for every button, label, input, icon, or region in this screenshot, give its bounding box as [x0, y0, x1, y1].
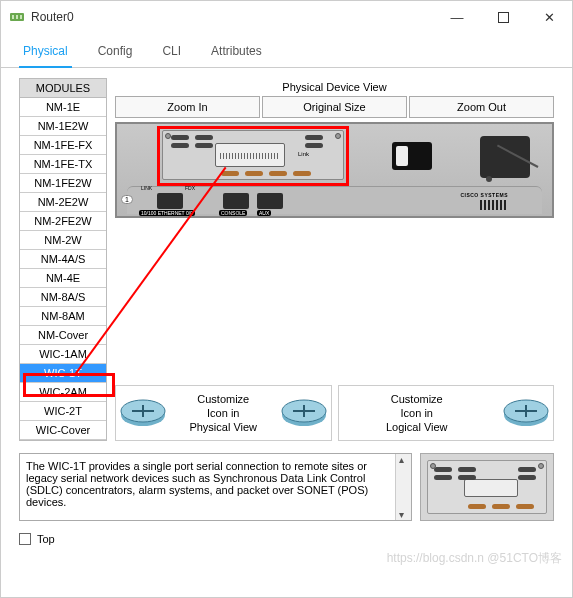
console-port-icon[interactable] — [223, 193, 249, 209]
module-item[interactable]: WIC-2T — [20, 402, 106, 421]
pdv-label: Physical Device View — [115, 78, 554, 96]
svg-rect-1 — [12, 15, 14, 19]
module-item[interactable]: NM-1FE2W — [20, 174, 106, 193]
description-text: The WIC-1T provides a single port serial… — [26, 460, 405, 508]
zoom-in-button[interactable]: Zoom In — [115, 96, 260, 118]
window-title: Router0 — [31, 10, 434, 24]
tab-cli[interactable]: CLI — [158, 38, 185, 68]
close-button[interactable]: ✕ — [526, 1, 572, 33]
device-view[interactable]: Link 1 LINK FDX 10/100 ETHERNET — [115, 122, 554, 218]
module-item[interactable]: NM-2E2W — [20, 193, 106, 212]
modules-list[interactable]: NM-1ENM-1E2WNM-1FE-FXNM-1FE-TXNM-1FE2WNM… — [20, 98, 106, 440]
module-item[interactable]: NM-2W — [20, 231, 106, 250]
customize-physical-button[interactable]: Customize Icon in Physical View — [174, 386, 273, 440]
link-led-label: Link — [298, 151, 309, 157]
tab-physical[interactable]: Physical — [19, 38, 72, 68]
module-item[interactable]: NM-1FE-TX — [20, 155, 106, 174]
original-size-button[interactable]: Original Size — [262, 96, 407, 118]
cisco-logo-text: CISCO SYSTEMS — [460, 192, 508, 198]
aux-label: AUX — [257, 210, 271, 216]
module-item[interactable]: NM-2FE2W — [20, 212, 106, 231]
zoom-row: Zoom In Original Size Zoom Out — [115, 96, 554, 118]
svg-rect-3 — [20, 15, 22, 19]
svg-rect-2 — [16, 15, 18, 19]
cable-knob-icon — [486, 176, 492, 182]
aux-port-icon[interactable] — [257, 193, 283, 209]
titlebar: Router0 — ✕ — [1, 1, 572, 33]
zoom-out-button[interactable]: Zoom Out — [409, 96, 554, 118]
app-icon — [9, 9, 25, 25]
scrollbar[interactable] — [395, 454, 411, 520]
customize-row: Customize Icon in Physical View Customiz… — [115, 385, 554, 441]
watermark-text: https://blog.csdn.n @51CTO博客 — [387, 550, 562, 567]
top-label: Top — [37, 533, 55, 545]
module-item[interactable]: NM-1FE-FX — [20, 136, 106, 155]
customize-logical-panel: Customize Icon in Logical View — [338, 385, 555, 441]
description-box[interactable]: The WIC-1T provides a single port serial… — [19, 453, 412, 521]
customize-physical-panel: Customize Icon in Physical View — [115, 385, 332, 441]
ethernet-label: 10/100 ETHERNET 0/0 — [139, 210, 195, 216]
maximize-button[interactable] — [480, 1, 526, 33]
wic-1t-slot[interactable]: Link — [162, 130, 344, 180]
module-item[interactable]: NM-8A/S — [20, 288, 106, 307]
slot-1-label: 1 — [121, 195, 133, 204]
module-preview[interactable] — [420, 453, 554, 521]
module-item[interactable]: NM-1E2W — [20, 117, 106, 136]
svg-rect-4 — [498, 12, 508, 22]
module-item[interactable]: WIC-2AM — [20, 383, 106, 402]
modules-header: MODULES — [20, 79, 106, 98]
footer-row: Top — [1, 527, 572, 551]
app-window: Router0 — ✕ Physical Config CLI Attribut… — [0, 0, 573, 598]
tab-bar: Physical Config CLI Attributes — [1, 37, 572, 68]
window-buttons: — ✕ — [434, 1, 572, 33]
modules-panel: MODULES NM-1ENM-1E2WNM-1FE-FXNM-1FE-TXNM… — [19, 78, 107, 441]
tab-config[interactable]: Config — [94, 38, 137, 68]
fdx-label: FDX — [185, 185, 195, 191]
router-icon — [116, 393, 170, 433]
module-item[interactable]: WIC-Cover — [20, 421, 106, 440]
power-switch-icon[interactable] — [392, 142, 432, 170]
minimize-button[interactable]: — — [434, 1, 480, 33]
top-checkbox[interactable] — [19, 533, 31, 545]
console-label: CONSOLE — [219, 210, 247, 216]
link-label: LINK — [141, 185, 152, 191]
router-icon — [499, 393, 553, 433]
module-item[interactable]: NM-Cover — [20, 326, 106, 345]
cisco-logo-icon — [480, 200, 508, 210]
module-item[interactable]: WIC-1T — [20, 364, 106, 383]
module-item[interactable]: NM-1E — [20, 98, 106, 117]
serial-port-icon — [215, 143, 285, 167]
tab-attributes[interactable]: Attributes — [207, 38, 266, 68]
module-item[interactable]: NM-8AM — [20, 307, 106, 326]
customize-logical-button[interactable]: Customize Icon in Logical View — [339, 386, 496, 440]
module-item[interactable]: NM-4A/S — [20, 250, 106, 269]
ethernet-port-icon[interactable] — [157, 193, 183, 209]
router-icon — [277, 393, 331, 433]
module-item[interactable]: NM-4E — [20, 269, 106, 288]
